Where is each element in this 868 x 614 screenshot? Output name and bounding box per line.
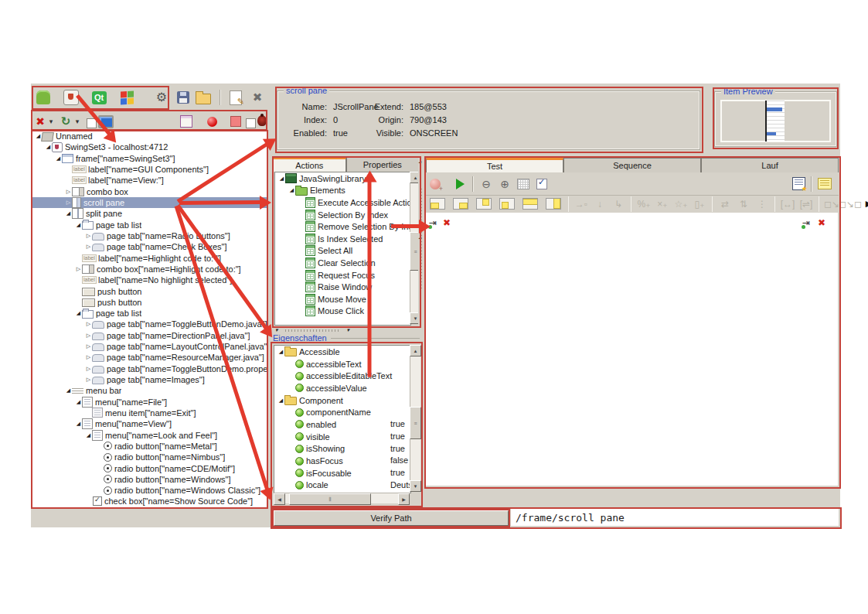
expand-marker[interactable]: ▷ (85, 233, 92, 239)
tree-row[interactable]: label["name=View:"] (32, 175, 267, 186)
tree-row[interactable]: ◢ Unnamed (32, 131, 267, 142)
window-grid-icon[interactable] (178, 113, 195, 130)
insert-child-icon[interactable]: ↓ (591, 196, 609, 213)
expand-marker[interactable]: ▷ (85, 321, 92, 327)
unlink-icon[interactable]: [⇌] (797, 196, 815, 213)
delete-icon[interactable]: ✖ (249, 89, 266, 106)
tree-row[interactable]: check box["name=Show Source Code"] (32, 496, 267, 507)
properties-tree[interactable]: ◢ Accessible accessibleText accessibleEd… (274, 345, 411, 493)
expand-marker[interactable]: ◢ (55, 155, 62, 162)
zoom-out-icon[interactable]: ⊖ (477, 176, 495, 193)
grid-icon[interactable] (514, 176, 533, 193)
action-row[interactable]: ◢ Elements (275, 185, 410, 197)
option-checkbox[interactable] (246, 114, 256, 131)
test-canvas[interactable]: ⇥ ✖ ⇥ ✖ (426, 213, 838, 486)
connector2-icon[interactable]: ◻↘◻ (841, 196, 859, 213)
layout-bottom-small-icon[interactable] (499, 198, 515, 210)
tab[interactable]: Lauf (701, 158, 839, 172)
expand-marker[interactable]: ▷ (85, 366, 92, 372)
tab[interactable]: Properties (346, 157, 420, 172)
property-row[interactable]: accessibleEditableText (274, 370, 410, 382)
tree-row[interactable]: ▷ page tab["name=Check Boxes"] (32, 241, 267, 252)
tree-row[interactable]: ▷ page tab["name=ToggleButtonDemo.java"] (32, 319, 267, 329)
link-icon[interactable]: [↔] (778, 196, 797, 213)
log-icon[interactable] (815, 176, 834, 193)
expand-marker[interactable]: ▷ (85, 244, 92, 250)
scroll-left-button[interactable]: ◀ (274, 493, 285, 505)
layout-top-icon[interactable] (523, 198, 538, 210)
property-row[interactable]: isFocusable true (274, 467, 410, 479)
layout-top-right-icon[interactable] (476, 198, 492, 210)
tree-row[interactable]: ◢ page tab list (32, 308, 267, 319)
tree-row[interactable]: ◢ menu["name=Look and Feel"] (32, 429, 267, 440)
property-row[interactable]: enabled true (274, 418, 410, 431)
insert-node-icon[interactable]: →▫ (572, 196, 591, 213)
tree-row[interactable]: ▷ combo box (32, 186, 267, 197)
qt-icon[interactable]: Qt (90, 89, 107, 106)
capture-checkbox[interactable] (87, 114, 97, 131)
tree-row[interactable]: label["name=GUI Components"] (32, 164, 267, 175)
tree-row[interactable]: menu item["name=Exit"] (32, 408, 267, 418)
scroll-down-button[interactable]: ▼ (410, 480, 421, 492)
property-row[interactable]: componentName (274, 406, 410, 418)
action-row[interactable]: Clear Selection (275, 257, 410, 269)
record-icon[interactable] (203, 113, 220, 130)
tree-row[interactable]: ◢ menu bar (32, 385, 267, 396)
insert-marker-icon[interactable]: ⇥ (802, 218, 810, 227)
actions-tabbar[interactable]: ActionsProperties (273, 157, 419, 172)
action-row[interactable]: Raise Window (275, 281, 410, 293)
save-icon[interactable] (175, 89, 192, 106)
actions-tree[interactable]: ◢ JavaSwingLibrary ◢ Elements Execute Ac… (274, 172, 411, 326)
delete-marker-icon[interactable]: ✖ (818, 218, 825, 227)
property-row[interactable]: ◢ Component (274, 394, 410, 407)
action-row[interactable]: Selection By Index (275, 209, 410, 221)
tree-row[interactable]: ▷ page tab["name=Images"] (32, 374, 267, 385)
component-path-field[interactable]: /frame/scroll pane (511, 509, 839, 526)
tree-row[interactable]: push button (32, 285, 267, 296)
action-row[interactable]: Mouse Move (275, 293, 410, 305)
tab[interactable]: Sequence (563, 158, 701, 172)
tree-row[interactable]: ◢ SwingSet3 - localhost:4712 (32, 142, 267, 152)
properties-h-scrollbar[interactable]: ◀ ▶ ⫴ (274, 493, 410, 503)
tree-row[interactable]: ▷ page tab["name=ResourceManager.java"] (32, 352, 267, 363)
remove-x-icon[interactable]: ✖ (34, 113, 46, 130)
property-row[interactable]: accessibleValue (274, 382, 410, 394)
expand-marker[interactable]: ◢ (65, 210, 72, 217)
dropdown-icon[interactable]: ▾ (73, 113, 81, 130)
tree-row[interactable]: ◢ frame["name=SwingSet3"] (32, 153, 267, 164)
play-icon[interactable] (451, 176, 469, 193)
expand-marker[interactable]: ▷ (75, 266, 82, 272)
action-row[interactable]: Is Index Selected (275, 233, 410, 245)
action-row[interactable]: Mouse Click (275, 305, 410, 318)
expand-marker[interactable]: ▷ (85, 354, 92, 360)
swap-horizontal-icon[interactable]: ⇄ (716, 196, 734, 213)
tree-row[interactable]: ▷ page tab["name=Radio Buttons"] (32, 230, 267, 241)
properties-v-scrollbar[interactable]: ▲ ▼ ≡ (410, 345, 420, 492)
action-row[interactable]: Execute Accessible Action (275, 196, 410, 209)
action-row[interactable]: Remove Selection By Index (275, 220, 410, 233)
expand-marker[interactable]: ▷ (65, 200, 72, 206)
tree-row[interactable]: ◢ menu["name=File"] (32, 397, 267, 408)
scroll-right-button[interactable]: ▶ (398, 493, 410, 505)
tree-row[interactable]: radio button["name=CDE/Motif"] (32, 462, 267, 473)
property-row[interactable]: visible true (274, 431, 410, 443)
layout-bottom-right-icon[interactable] (453, 198, 468, 210)
tree-row[interactable]: label["name=No highlight selected"] (32, 275, 267, 285)
checked-box-icon[interactable]: ✓ (533, 176, 551, 193)
swing-app-icon[interactable] (63, 89, 80, 106)
property-row[interactable]: accessibleText (274, 358, 410, 370)
test-tabbar[interactable]: TestSequenceLauf (426, 158, 839, 172)
expand-marker[interactable]: ◢ (65, 387, 72, 394)
tree-row[interactable]: ◢ page tab list (32, 220, 267, 230)
tree-row[interactable]: ▷ scroll pane (32, 197, 267, 208)
property-row[interactable]: hasFocus false (274, 455, 410, 467)
expand-marker[interactable]: ◢ (75, 421, 82, 427)
scroll-up-button[interactable]: ▲ (410, 345, 421, 356)
action-row[interactable]: Request Focus (275, 269, 410, 281)
tree-row[interactable]: radio button["name=Windows Classic"] (32, 485, 267, 496)
expand-marker[interactable]: ▷ (85, 343, 92, 350)
expand-marker[interactable]: ◢ (75, 222, 82, 228)
overflow-arrow-icon[interactable]: ▶ (859, 196, 868, 213)
tree-row[interactable]: radio button["name=Metal"] (32, 441, 267, 452)
stop-icon[interactable] (227, 113, 244, 130)
